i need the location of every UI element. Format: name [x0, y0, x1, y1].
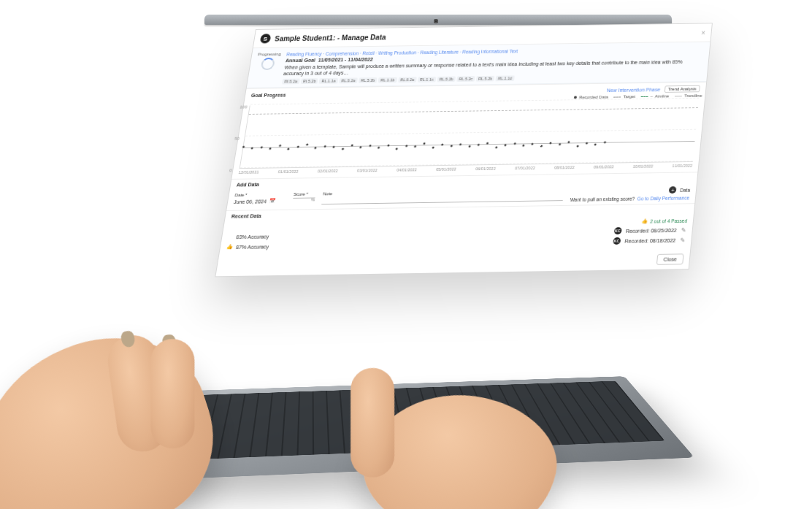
standard-chip[interactable]: RL.1.1a	[319, 78, 338, 84]
modal-window: S Sample Student1: - Manage Data × Progr…	[215, 23, 713, 277]
laptop-frame-top	[204, 15, 672, 25]
thumbs-up-icon: 👍	[226, 244, 233, 250]
data-point[interactable]	[576, 145, 578, 148]
data-point[interactable]	[269, 148, 271, 150]
data-point[interactable]	[296, 146, 299, 148]
standard-chip[interactable]: RL.5.2b	[359, 77, 378, 83]
new-intervention-phase-link[interactable]: New Intervention Phase	[607, 87, 661, 93]
data-point[interactable]	[495, 146, 497, 148]
standard-chip[interactable]: RI.5.2b	[300, 78, 318, 84]
x-tick-label: 03/01/2022	[357, 168, 378, 172]
goal-type-label: Annual Goal	[286, 58, 316, 63]
data-point[interactable]	[468, 145, 470, 148]
date-input[interactable]: June 06, 2024	[234, 199, 267, 204]
score-label: Score *	[294, 192, 316, 196]
add-data-button-label: Data	[680, 188, 690, 193]
date-label: Date *	[234, 192, 286, 197]
thumbs-up-icon: 👍	[642, 218, 648, 224]
data-point[interactable]	[586, 142, 588, 145]
close-button[interactable]: Close	[656, 254, 684, 265]
data-point[interactable]	[604, 142, 606, 144]
data-point[interactable]	[441, 144, 443, 146]
data-point[interactable]	[532, 143, 534, 145]
x-tick-label: 12/01/2021	[238, 170, 259, 175]
data-point[interactable]	[251, 148, 253, 150]
data-point[interactable]	[396, 148, 398, 150]
data-point[interactable]	[478, 144, 480, 146]
data-point[interactable]	[378, 147, 380, 149]
standard-chip[interactable]: RL.5.2c	[456, 76, 475, 82]
progress-status-label: Progressing	[258, 52, 281, 56]
goal-info-bar: Progressing Reading Fluency · Comprehens…	[247, 42, 710, 88]
recent-data-title: Recent Data	[231, 213, 261, 219]
data-point[interactable]	[369, 145, 371, 147]
standard-chip[interactable]: RL.1.1c	[418, 77, 437, 83]
recorded-date: Recorded: 08/25/2022	[626, 228, 677, 234]
edit-icon[interactable]: ✎	[680, 237, 686, 243]
data-point[interactable]	[594, 143, 597, 145]
close-icon[interactable]: ×	[701, 28, 706, 36]
data-point[interactable]	[424, 142, 426, 145]
standard-chip[interactable]: RL.5.2b	[437, 77, 456, 83]
accuracy-label: 87% Accuracy	[236, 244, 269, 250]
x-tick-label: 02/01/2022	[318, 169, 338, 173]
data-point[interactable]	[414, 145, 416, 148]
data-point[interactable]	[315, 147, 317, 149]
x-tick-label: 10/01/2022	[633, 164, 654, 169]
data-point[interactable]	[540, 145, 543, 147]
x-tick-label: 11/01/2022	[672, 164, 692, 168]
x-tick-label: 06/01/2022	[475, 167, 496, 171]
recorder-badge: KC	[613, 227, 621, 234]
data-point[interactable]	[279, 145, 281, 147]
goal-date-range: 11/05/2021 - 11/04/2022	[318, 57, 373, 63]
data-point[interactable]	[450, 145, 452, 148]
accuracy-label: 83% Accuracy	[236, 234, 269, 240]
trend-analysis-button[interactable]: Trend Analysis	[664, 85, 700, 93]
x-tick-label: 04/01/2022	[397, 168, 417, 172]
data-point[interactable]	[513, 143, 516, 145]
score-input[interactable]	[293, 198, 315, 199]
data-point[interactable]	[306, 143, 308, 145]
modal-title: Sample Student1: - Manage Data	[275, 33, 387, 42]
passed-summary: 2 out of 4 Passed	[650, 218, 687, 224]
x-tick-label: 08/01/2022	[554, 165, 575, 169]
data-point[interactable]	[405, 145, 407, 148]
data-point[interactable]	[522, 145, 524, 147]
data-point[interactable]	[341, 148, 343, 150]
x-tick-label: 05/01/2022	[436, 167, 456, 172]
data-point[interactable]	[559, 143, 561, 145]
recorded-date: Recorded: 08/18/2022	[624, 237, 675, 243]
data-point[interactable]	[332, 146, 334, 148]
x-tick-label: 01/01/2022	[277, 169, 298, 174]
standard-chip[interactable]: RL.1.1d	[496, 76, 515, 82]
standard-chip[interactable]: RL.5.2a	[398, 77, 417, 83]
add-data-button[interactable]: +	[669, 186, 677, 194]
edit-icon[interactable]: ✎	[681, 226, 686, 233]
data-point[interactable]	[505, 144, 507, 146]
thumb-neutral-icon	[228, 234, 234, 241]
add-data-title: Add Data	[236, 182, 259, 187]
data-point[interactable]	[432, 147, 434, 149]
recorder-badge: KC	[613, 237, 621, 245]
daily-performance-link[interactable]: Go to Daily Performance	[637, 196, 689, 202]
student-avatar: S	[260, 34, 272, 43]
calendar-icon[interactable]: 📅	[269, 198, 276, 204]
laptop-camera	[434, 19, 438, 23]
standard-chip[interactable]: RL.5.2b	[476, 76, 495, 82]
pull-score-prompt: Want to pull an existing score?	[570, 196, 635, 202]
x-tick-label: 07/01/2022	[515, 166, 535, 170]
x-tick-label: 09/01/2022	[594, 165, 614, 169]
data-point[interactable]	[287, 148, 289, 150]
progress-ring-icon	[261, 58, 275, 70]
data-point[interactable]	[359, 146, 361, 148]
hand-left	[0, 312, 235, 509]
goal-progress-title: Goal Progress	[251, 92, 287, 97]
standard-chip[interactable]: RI.5.2a	[282, 79, 300, 85]
standard-chip[interactable]: RL.5.2a	[339, 78, 358, 84]
goal-progress-chart: 050100	[240, 99, 699, 169]
standard-chip[interactable]: RL.1.1b	[378, 77, 397, 83]
